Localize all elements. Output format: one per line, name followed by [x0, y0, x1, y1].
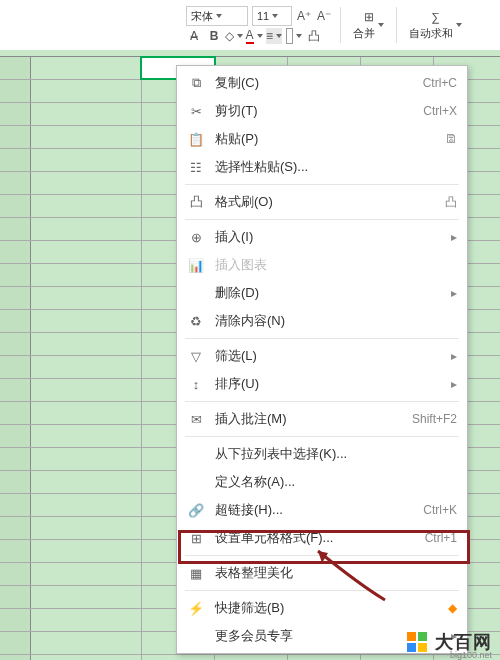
menu-paste-special[interactable]: ☷选择性粘贴(S)...	[177, 153, 467, 181]
font-name-select[interactable]: 宋体	[186, 6, 248, 26]
format-cells-icon: ⊞	[187, 531, 205, 546]
decrease-font-icon[interactable]: A⁻	[316, 8, 332, 24]
menu-format-painter[interactable]: 凸格式刷(O)凸	[177, 188, 467, 216]
merge-icon: ⊞	[361, 9, 377, 25]
insert-icon: ⊕	[187, 230, 205, 245]
clear-icon: ♻	[187, 314, 205, 329]
copy-icon: ⧉	[187, 75, 205, 91]
menu-cut[interactable]: ✂剪切(T)Ctrl+X	[177, 97, 467, 125]
menu-hyperlink[interactable]: 🔗超链接(H)...Ctrl+K	[177, 496, 467, 524]
font-size-select[interactable]: 11	[252, 6, 292, 26]
format-painter-right-icon: 凸	[445, 194, 457, 211]
paste-special-icon: ☷	[187, 160, 205, 175]
border-icon[interactable]	[286, 28, 302, 44]
logo-icon	[407, 632, 429, 652]
clear-format-icon[interactable]: A̶	[186, 28, 202, 44]
link-icon: 🔗	[187, 503, 205, 518]
cell-style-icon[interactable]: 凸	[306, 28, 322, 44]
table-icon: ▦	[187, 566, 205, 581]
increase-font-icon[interactable]: A⁺	[296, 8, 312, 24]
menu-insert-chart: 📊插入图表	[177, 251, 467, 279]
format-painter-icon: 凸	[187, 193, 205, 211]
align-icon[interactable]: ≡	[266, 28, 282, 44]
menu-format-cells[interactable]: ⊞设置单元格格式(F)...Ctrl+1	[177, 524, 467, 552]
cut-icon: ✂	[187, 104, 205, 119]
menu-filter[interactable]: ▽筛选(L)▸	[177, 342, 467, 370]
menu-delete[interactable]: 删除(D)▸	[177, 279, 467, 307]
sigma-icon: ∑	[428, 9, 444, 25]
menu-insert[interactable]: ⊕插入(I)▸	[177, 223, 467, 251]
font-color-icon[interactable]: A	[246, 28, 262, 44]
menu-copy[interactable]: ⧉复制(C)Ctrl+C	[177, 69, 467, 97]
sort-icon: ↕	[187, 377, 205, 392]
context-menu: ⧉复制(C)Ctrl+C ✂剪切(T)Ctrl+X 📋粘贴(P)🖺 ☷选择性粘贴…	[176, 65, 468, 654]
menu-dropdown-select[interactable]: 从下拉列表中选择(K)...	[177, 440, 467, 468]
filter-icon: ▽	[187, 349, 205, 364]
menu-insert-comment[interactable]: ✉插入批注(M)Shift+F2	[177, 405, 467, 433]
watermark: 大百网 big100.net	[407, 630, 492, 654]
paste-icon: 📋	[187, 132, 205, 147]
comment-icon: ✉	[187, 412, 205, 427]
bold-icon[interactable]: B	[206, 28, 222, 44]
menu-paste[interactable]: 📋粘贴(P)🖺	[177, 125, 467, 153]
merge-button[interactable]: ⊞ 合并	[349, 9, 388, 41]
fill-color-icon[interactable]: ◇	[226, 28, 242, 44]
menu-define-name[interactable]: 定义名称(A)...	[177, 468, 467, 496]
autosum-button[interactable]: ∑ 自动求和	[405, 9, 466, 41]
menu-table-beautify[interactable]: ▦表格整理美化	[177, 559, 467, 587]
chart-icon: 📊	[187, 258, 205, 273]
menu-quick-filter[interactable]: ⚡快捷筛选(B)◆	[177, 594, 467, 622]
menu-sort[interactable]: ↕排序(U)▸	[177, 370, 467, 398]
clipboard-icon: 🖺	[445, 132, 457, 146]
quick-filter-icon: ⚡	[187, 601, 205, 616]
menu-clear[interactable]: ♻清除内容(N)	[177, 307, 467, 335]
toolbar: 宋体 11 A⁺ A⁻ A̶ B ◇ A ≡ 凸 ⊞ 合并 ∑ 自动求和	[180, 0, 500, 51]
